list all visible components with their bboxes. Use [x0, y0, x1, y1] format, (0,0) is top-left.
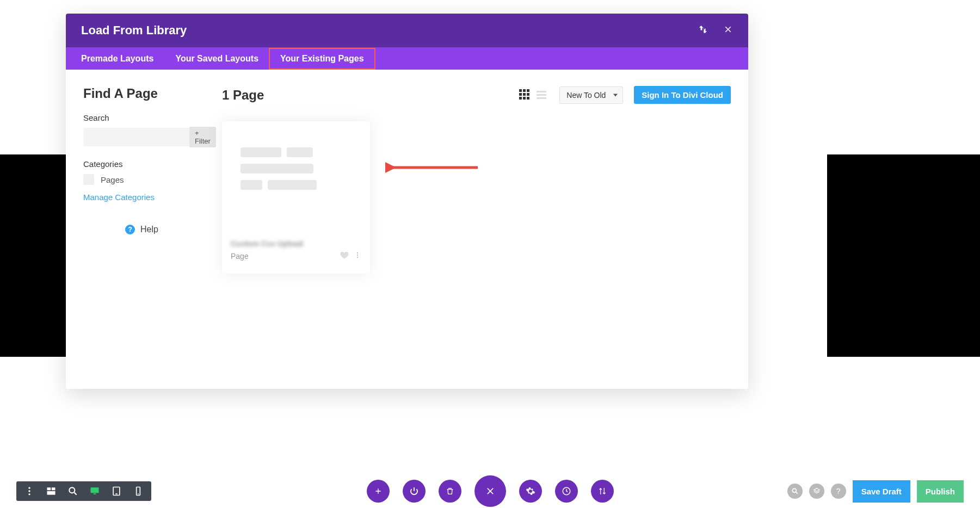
modal-body: Find A Page Search + Filter Categories P…: [66, 70, 748, 389]
grid-view-icon[interactable]: [519, 89, 531, 101]
checkbox-icon[interactable]: [83, 174, 94, 185]
tab-premade-layouts[interactable]: Premade Layouts: [70, 48, 164, 69]
help-row[interactable]: ? Help: [83, 225, 200, 234]
phone-icon[interactable]: [133, 486, 144, 497]
bottombar-left-toolbar: [16, 481, 151, 501]
sidebar-title: Find A Page: [83, 86, 200, 101]
portability-icon[interactable]: [698, 24, 708, 36]
svg-rect-9: [47, 491, 56, 495]
view-toggle: [519, 89, 548, 101]
add-icon[interactable]: [367, 480, 390, 503]
sidebar: Find A Page Search + Filter Categories P…: [83, 86, 200, 373]
svg-rect-8: [52, 487, 56, 490]
svg-point-4: [28, 487, 30, 489]
bottombar-right: ? Save Draft Publish: [787, 480, 964, 503]
trash-icon[interactable]: [439, 480, 461, 503]
desktop-icon[interactable]: [89, 486, 100, 497]
categories-label: Categories: [83, 159, 200, 169]
category-name: Pages: [101, 175, 124, 184]
close-builder-icon[interactable]: [474, 475, 506, 507]
svg-rect-12: [91, 487, 99, 493]
modal-header: Load From Library: [66, 14, 748, 47]
heart-icon[interactable]: [340, 250, 349, 262]
tab-saved-layouts[interactable]: Your Saved Layouts: [164, 48, 269, 69]
history-icon[interactable]: [555, 480, 578, 503]
tablet-icon[interactable]: [111, 486, 122, 497]
bottombar: ? Save Draft Publish: [0, 474, 980, 508]
modal-tabs: Premade Layouts Your Saved Layouts Your …: [66, 47, 748, 70]
search-page-icon[interactable]: [787, 484, 803, 499]
background-band-right: [827, 154, 980, 357]
svg-line-20: [796, 492, 797, 494]
svg-point-2: [357, 257, 358, 258]
svg-point-10: [69, 487, 75, 493]
wireframe-icon[interactable]: [46, 486, 57, 497]
svg-point-6: [28, 493, 30, 495]
search-row: + Filter: [83, 128, 200, 146]
main-area: 1 Page New To Old: [222, 86, 731, 373]
category-row-pages[interactable]: Pages: [83, 174, 200, 185]
card-footer: Custom Css Upload Page: [222, 233, 370, 269]
tab-existing-pages[interactable]: Your Existing Pages: [269, 48, 375, 69]
svg-point-5: [28, 490, 30, 492]
svg-line-11: [75, 493, 77, 495]
page-card[interactable]: Custom Css Upload Page: [222, 121, 370, 274]
layers-icon[interactable]: [809, 484, 824, 499]
background-band-left: [0, 154, 70, 357]
svg-rect-13: [94, 493, 96, 494]
sort-icon[interactable]: [591, 480, 614, 503]
card-thumbnail: [222, 121, 370, 233]
power-icon[interactable]: [403, 480, 426, 503]
help-bottom-icon[interactable]: ?: [831, 484, 846, 499]
zoom-icon[interactable]: [67, 486, 78, 497]
manage-categories-link[interactable]: Manage Categories: [83, 193, 200, 202]
signin-cloud-button[interactable]: Sign In To Divi Cloud: [634, 86, 731, 104]
help-label: Help: [140, 225, 158, 234]
settings-icon[interactable]: [519, 480, 542, 503]
modal-title: Load From Library: [81, 23, 187, 38]
arrow-annotation: [385, 157, 483, 178]
svg-rect-7: [47, 487, 51, 490]
card-type: Page: [231, 252, 249, 261]
search-input[interactable]: [83, 133, 189, 141]
search-label: Search: [83, 113, 200, 122]
page-count: 1 Page: [222, 88, 264, 103]
list-view-icon[interactable]: [537, 89, 548, 101]
sort-select[interactable]: New To Old: [559, 86, 623, 104]
card-title: Custom Css Upload: [231, 239, 361, 248]
menu-icon[interactable]: [24, 486, 35, 497]
svg-point-19: [792, 488, 796, 492]
svg-point-0: [357, 252, 358, 253]
kebab-icon[interactable]: [354, 250, 361, 262]
main-header: 1 Page New To Old: [222, 86, 731, 104]
filter-button[interactable]: + Filter: [189, 127, 216, 147]
publish-button[interactable]: Publish: [917, 480, 964, 503]
help-icon: ?: [125, 225, 135, 234]
bottombar-center: [367, 475, 614, 507]
sort-select-wrap: New To Old: [559, 86, 623, 104]
load-library-modal: Load From Library Premade Layouts Your S…: [66, 14, 748, 389]
svg-point-1: [357, 255, 358, 256]
close-icon[interactable]: [723, 24, 733, 36]
save-draft-button[interactable]: Save Draft: [853, 480, 910, 503]
toolbar: New To Old Sign In To Divi Cloud: [519, 86, 731, 104]
